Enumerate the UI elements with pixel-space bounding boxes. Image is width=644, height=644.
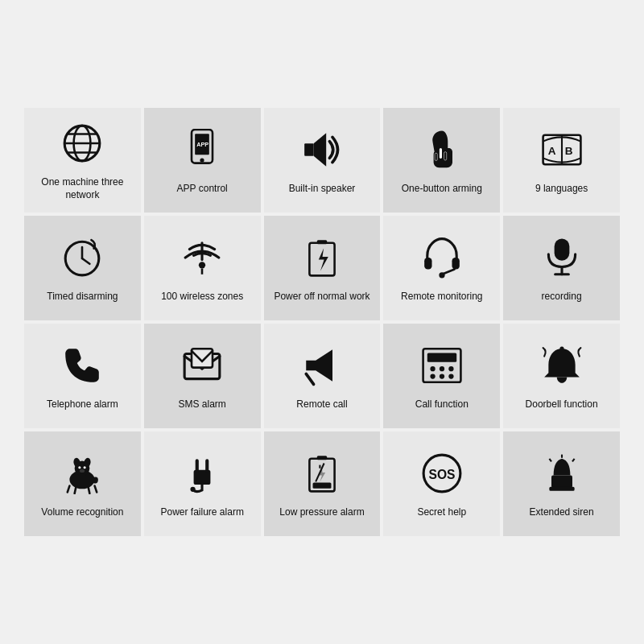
- svg-marker-36: [306, 349, 332, 382]
- svg-text:APP: APP: [196, 141, 208, 148]
- feature-label-call-function: Call function: [415, 398, 469, 411]
- feature-cell-9-languages: AB9 languages: [503, 108, 620, 213]
- battery-low-icon: [301, 452, 343, 500]
- svg-point-51: [84, 466, 86, 469]
- feature-label-built-in-speaker: Built-in speaker: [289, 183, 356, 196]
- megaphone-icon: [301, 345, 343, 392]
- svg-point-44: [440, 374, 444, 378]
- feature-label-doorbell-function: Doorbell function: [526, 398, 598, 411]
- feature-cell-sms-alarm: SMS alarm: [144, 324, 261, 428]
- feature-cell-secret-help: SOSSecret help: [383, 431, 500, 536]
- feature-cell-telephone-alarm: Telephone alarm: [24, 324, 141, 428]
- feature-label-extended-siren: Extended siren: [530, 506, 594, 519]
- svg-point-41: [440, 366, 444, 371]
- feature-cell-remote-monitoring: Remote monitoring: [383, 216, 500, 320]
- svg-line-53: [68, 485, 70, 492]
- svg-point-60: [191, 486, 196, 491]
- feature-cell-remote-call: Remote call: [264, 324, 381, 428]
- mic-icon: [541, 237, 583, 284]
- feature-label-one-machine-three-network: One machine three network: [31, 176, 134, 201]
- touch-icon: [421, 129, 463, 176]
- svg-line-20: [82, 258, 89, 264]
- clock-icon: [61, 237, 103, 284]
- feature-cell-low-pressure-alarm: Low pressure alarm: [264, 431, 381, 536]
- svg-marker-26: [319, 248, 328, 270]
- svg-point-8: [200, 158, 204, 162]
- speaker-icon: [301, 129, 343, 176]
- svg-rect-9: [304, 143, 313, 156]
- envelope-icon: [181, 345, 223, 392]
- feature-label-power-off-normal-work: Power off normal work: [274, 291, 369, 303]
- feature-label-volume-recognition: Volume recognition: [41, 506, 123, 519]
- svg-line-37: [306, 374, 313, 384]
- svg-text:A: A: [547, 145, 555, 157]
- svg-point-42: [448, 366, 453, 371]
- wifi-icon: [181, 237, 223, 284]
- svg-rect-25: [317, 240, 327, 244]
- feature-label-remote-call: Remote call: [296, 398, 347, 411]
- feature-cell-one-button-arming: One-button arming: [383, 108, 500, 213]
- feature-label-recording: recording: [542, 291, 582, 303]
- svg-rect-12: [444, 151, 446, 159]
- svg-rect-27: [424, 258, 431, 270]
- features-container: One machine three networkAPPAPP controlB…: [16, 100, 628, 544]
- siren-icon: [541, 452, 583, 500]
- telephone-icon: [421, 345, 463, 392]
- phone-handset-icon: [61, 345, 103, 392]
- features-grid: One machine three networkAPPAPP controlB…: [24, 108, 620, 536]
- globe-icon: [61, 122, 103, 170]
- feature-label-secret-help: Secret help: [417, 506, 466, 519]
- feature-label-remote-monitoring: Remote monitoring: [401, 291, 482, 303]
- feature-cell-app-control: APPAPP control: [144, 108, 261, 213]
- feature-label-one-button-arming: One-button arming: [402, 183, 482, 196]
- svg-rect-11: [440, 148, 442, 159]
- feature-cell-timed-disarming: Timed disarming: [24, 216, 141, 320]
- svg-line-56: [95, 485, 97, 492]
- svg-text:B: B: [564, 145, 572, 157]
- svg-point-45: [448, 374, 453, 378]
- feature-label-100-wireless-zones: 100 wireless zones: [161, 291, 243, 303]
- feature-label-low-pressure-alarm: Low pressure alarm: [279, 506, 364, 519]
- feature-cell-call-function: Call function: [383, 324, 500, 428]
- feature-cell-doorbell-function: Doorbell function: [503, 324, 620, 428]
- feature-label-telephone-alarm: Telephone alarm: [47, 398, 118, 411]
- feature-label-timed-disarming: Timed disarming: [47, 291, 118, 303]
- phone-icon: APP: [181, 129, 223, 176]
- feature-label-app-control: APP control: [177, 183, 228, 196]
- svg-line-69: [549, 459, 551, 462]
- svg-rect-63: [313, 482, 332, 488]
- headset-icon: [421, 237, 463, 284]
- svg-point-40: [430, 366, 435, 371]
- feature-cell-built-in-speaker: Built-in speaker: [264, 108, 381, 213]
- svg-text:SOS: SOS: [428, 467, 455, 481]
- svg-rect-67: [549, 486, 574, 490]
- svg-point-22: [199, 262, 205, 268]
- svg-rect-31: [554, 238, 569, 260]
- feature-cell-volume-recognition: Volume recognition: [24, 431, 141, 536]
- svg-rect-13: [435, 153, 437, 160]
- svg-point-50: [79, 466, 81, 469]
- feature-label-9-languages: 9 languages: [535, 183, 588, 196]
- svg-line-55: [89, 487, 90, 493]
- svg-rect-66: [551, 475, 572, 488]
- feature-cell-power-failure-alarm: Power failure alarm: [144, 431, 261, 536]
- feature-cell-extended-siren: Extended siren: [503, 431, 620, 536]
- battery-bolt-icon: [301, 237, 343, 284]
- svg-point-30: [439, 272, 444, 278]
- svg-rect-28: [452, 258, 459, 270]
- svg-line-54: [75, 487, 76, 493]
- ab-icon: AB: [541, 129, 583, 176]
- svg-point-52: [80, 469, 85, 473]
- svg-rect-35: [192, 349, 213, 367]
- feature-cell-recording: recording: [503, 216, 620, 320]
- svg-rect-62: [317, 456, 327, 460]
- sos-icon: SOS: [421, 452, 463, 500]
- dog-icon: [61, 452, 103, 500]
- feature-cell-power-off-normal-work: Power off normal work: [264, 216, 381, 320]
- plug-icon: [181, 452, 223, 500]
- svg-marker-10: [314, 133, 327, 167]
- svg-rect-39: [427, 353, 456, 361]
- feature-cell-100-wireless-zones: 100 wireless zones: [144, 216, 261, 320]
- bell-icon: [541, 345, 583, 392]
- svg-point-43: [430, 374, 435, 378]
